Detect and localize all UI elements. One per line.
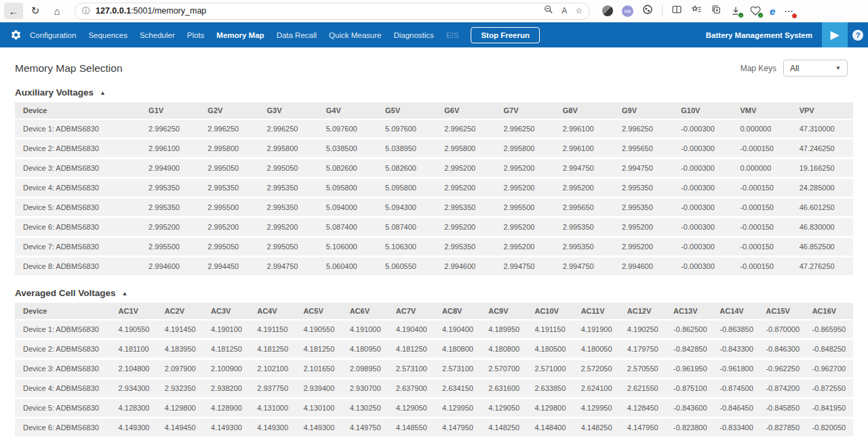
address-bar[interactable]: ⓘ 127.0.0.1:5001/memory_map A ☆ <box>75 3 590 20</box>
col-header-device: Device <box>15 102 143 119</box>
site-info-icon[interactable]: ⓘ <box>82 5 90 17</box>
read-aloud-icon[interactable]: A <box>561 6 567 16</box>
value-cell: 4.129950 <box>437 398 483 418</box>
value-cell: 2.996250 <box>498 119 557 139</box>
value-cell: 2.621550 <box>622 379 668 398</box>
value-cell: -0.872550 <box>807 379 853 398</box>
value-cell: 5.094000 <box>321 198 380 217</box>
settings-gear-icon[interactable] <box>7 29 24 41</box>
table-row: Device 8: ADBMS68302.9946002.9944502.994… <box>15 257 853 276</box>
split-screen-icon[interactable] <box>671 4 682 18</box>
value-cell: -0.961800 <box>714 359 760 379</box>
ie-mode-icon[interactable]: e <box>770 6 775 16</box>
value-cell: 4.131000 <box>252 398 298 418</box>
col-header-ac9v: AC9V <box>483 303 529 320</box>
collapse-up-icon[interactable]: ▲ <box>100 89 106 96</box>
col-header-ac1v: AC1V <box>113 303 159 320</box>
value-cell: 19.166250 <box>794 159 853 178</box>
aux-voltages-title: Auxiliary Voltages <box>15 87 94 98</box>
value-cell: 2.573100 <box>437 359 483 379</box>
back-icon[interactable]: ← <box>4 3 23 19</box>
value-cell: 2.995200 <box>616 237 675 257</box>
value-cell: 4.129050 <box>391 398 437 418</box>
value-cell: 2.994600 <box>439 257 498 276</box>
value-cell: 2.995800 <box>498 139 557 159</box>
browser-essentials-icon[interactable]: ✓ <box>750 5 761 16</box>
col-header-g1v: G1V <box>143 102 202 119</box>
aux-voltages-table: DeviceG1VG2VG3VG4VG5VG6VG7VG8VG9VG10VVMV… <box>15 102 853 277</box>
avg-cell-voltages-section-header[interactable]: Averaged Cell Voltages ▲ <box>15 288 853 298</box>
value-cell: 2.995050 <box>202 159 261 178</box>
device-cell: Device 5: ADBMS6830 <box>15 398 113 418</box>
aux-voltages-section-header[interactable]: Auxiliary Voltages ▲ <box>15 87 853 98</box>
toolbar-divider <box>662 5 663 16</box>
nav-item-memory-map[interactable]: Memory Map <box>216 31 264 39</box>
table-row: Device 1: ADBMS68304.1905504.1914504.190… <box>15 320 853 339</box>
map-keys-value: All <box>790 64 799 73</box>
help-button[interactable]: ? <box>848 30 868 41</box>
device-cell: Device 3: ADBMS6830 <box>15 159 143 178</box>
favorites-icon[interactable] <box>691 4 702 18</box>
collapse-up-icon[interactable]: ▲ <box>122 290 128 297</box>
value-cell: 4.179750 <box>622 339 668 359</box>
value-cell: 2.571000 <box>529 359 575 379</box>
extension-icon[interactable] <box>602 5 613 16</box>
value-cell: 2.995200 <box>557 178 616 198</box>
col-header-g9v: G9V <box>616 102 675 119</box>
value-cell: 4.183950 <box>159 339 205 359</box>
stop-freerun-button[interactable]: Stop Freerun <box>471 27 540 43</box>
device-cell: Device 2: ADBMS6830 <box>15 339 113 359</box>
value-cell: -0.961950 <box>668 359 714 379</box>
value-cell: 2.995200 <box>498 159 557 178</box>
refresh-icon[interactable]: ↻ <box>26 3 45 19</box>
value-cell: 2.995200 <box>498 178 557 198</box>
col-header-g2v: G2V <box>202 102 261 119</box>
value-cell: 47.276250 <box>794 257 853 276</box>
col-header-ac5v: AC5V <box>298 303 344 320</box>
nav-item-scheduler[interactable]: Scheduler <box>140 31 175 39</box>
value-cell: 2.995200 <box>262 217 321 237</box>
value-cell: 4.148250 <box>483 418 529 437</box>
value-cell: 5.060400 <box>321 257 380 276</box>
col-header-ac2v: AC2V <box>159 303 205 320</box>
table-row: Device 3: ADBMS68302.1048002.0979002.100… <box>15 359 853 379</box>
value-cell: 2.101650 <box>298 359 344 379</box>
col-header-ac6v: AC6V <box>344 303 391 320</box>
value-cell: -0.000300 <box>675 198 734 217</box>
value-cell: -0.820050 <box>807 418 853 437</box>
value-cell: 5.097600 <box>321 119 380 139</box>
browser-extension-area: me ✓ <box>602 4 794 18</box>
value-cell: 2.994750 <box>616 159 675 178</box>
col-header-ac13v: AC13V <box>668 303 714 320</box>
favorite-star-icon[interactable]: ☆ <box>575 6 583 16</box>
value-cell: 2.996250 <box>439 119 498 139</box>
zoom-out-icon[interactable] <box>544 5 553 17</box>
cookie-extension-icon[interactable] <box>642 4 653 18</box>
more-menu-icon[interactable]: ⋯ <box>784 5 794 16</box>
value-cell: 5.038950 <box>380 139 439 159</box>
value-cell: 24.285000 <box>794 178 853 198</box>
nav-item-data-recall[interactable]: Data Recall <box>277 31 317 39</box>
run-play-button[interactable]: ▶ <box>822 22 848 47</box>
nav-item-quick-measure[interactable]: Quick Measure <box>329 31 381 39</box>
value-cell: 2.995050 <box>262 237 321 257</box>
value-cell: -0.000300 <box>675 139 734 159</box>
value-cell: 2.995500 <box>202 198 261 217</box>
value-cell: 2.570700 <box>483 359 529 379</box>
nav-item-configuration[interactable]: Configuration <box>30 31 76 39</box>
value-cell: 4.128300 <box>113 398 159 418</box>
table-row: Device 1: ADBMS68302.9962502.9962502.996… <box>15 119 853 139</box>
collections-icon[interactable] <box>711 4 722 18</box>
value-cell: 4.130250 <box>344 398 391 418</box>
value-cell: -0.863850 <box>714 320 760 339</box>
col-header-g4v: G4V <box>321 102 380 119</box>
home-icon[interactable]: ⌂ <box>47 3 66 19</box>
nav-item-sequences[interactable]: Sequences <box>88 31 127 39</box>
downloads-icon[interactable]: ✓ <box>730 5 741 16</box>
profile-avatar[interactable]: me <box>622 5 633 17</box>
nav-item-plots[interactable]: Plots <box>187 31 205 39</box>
value-cell: -0.000150 <box>734 139 793 159</box>
nav-item-diagnostics[interactable]: Diagnostics <box>393 31 433 39</box>
map-keys-dropdown[interactable]: All ▼ <box>783 60 848 77</box>
value-cell: 2.996100 <box>557 119 616 139</box>
